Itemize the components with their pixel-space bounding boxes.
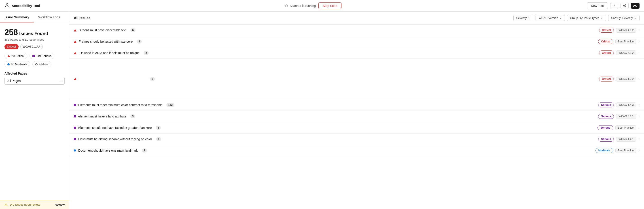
sidebar: Issue Summary Workflow Logs 258Issues Fo… bbox=[0, 11, 69, 209]
wcag-badge: Best Practice bbox=[616, 125, 636, 130]
new-test-button[interactable]: New Test bbox=[587, 2, 608, 9]
badge-critical: Critical bbox=[4, 44, 18, 49]
svg-point-1 bbox=[624, 5, 624, 6]
issue-right: Serious WCAG 1.4.3 › bbox=[598, 102, 640, 107]
table-row[interactable]: Frames should be tested with axe-core 3 … bbox=[69, 36, 644, 47]
filter-wcag-label: WCAG Version bbox=[538, 16, 558, 20]
svg-line-4 bbox=[624, 5, 625, 5]
filter-sort-button[interactable]: Sort By: Severity bbox=[608, 15, 640, 21]
minor-icon bbox=[35, 63, 38, 65]
filter-group-button[interactable]: Group By: Issue Types bbox=[567, 15, 606, 21]
tab-issue-summary[interactable]: Issue Summary bbox=[0, 11, 34, 23]
issue-count: 142 bbox=[166, 103, 174, 107]
issue-right: Serious WCAG 3.1.1 › bbox=[598, 114, 640, 119]
table-row[interactable]: element must have a lang attribute 3 Ser… bbox=[69, 111, 644, 122]
issue-right: Critical Best Practice › bbox=[598, 39, 640, 44]
issue-title: Elements must meet minimum color contras… bbox=[78, 103, 162, 107]
wcag-badge: Best Practice bbox=[616, 39, 636, 44]
table-row[interactable]: elements must have captions 9 Critical W… bbox=[69, 59, 644, 99]
count-moderate: 85 Moderate bbox=[4, 61, 30, 67]
severity-badge: Critical bbox=[598, 39, 613, 44]
chevron-right-icon: › bbox=[638, 103, 640, 107]
chevron-down-icon-2 bbox=[559, 17, 562, 19]
filter-group-label: Group By: Issue Types bbox=[570, 16, 599, 20]
issue-right: Critical WCAG 1.2.2 › bbox=[599, 77, 640, 81]
table-row[interactable]: Elements must meet minimum color contras… bbox=[69, 99, 644, 111]
badge-row: Critical WCAG 2.1 AA bbox=[4, 44, 64, 49]
sidebar-content: 258Issues Found in 2 Pages and 11 Issue … bbox=[0, 23, 69, 200]
issue-left: Frames should be tested with axe-core 3 bbox=[74, 39, 598, 43]
chevron-right-icon: › bbox=[638, 114, 640, 118]
share-button[interactable] bbox=[620, 3, 628, 9]
issue-title: Frames should be tested with axe-core bbox=[79, 40, 132, 43]
download-icon bbox=[613, 4, 616, 7]
app-title: Accessibility Tool bbox=[12, 4, 40, 7]
issues-count: 258 bbox=[4, 28, 18, 37]
logo-icon bbox=[4, 3, 10, 8]
table-row[interactable]: Links must be distinguishable without re… bbox=[69, 134, 644, 145]
count-minor: 4 Minor bbox=[32, 61, 52, 67]
avatar-button[interactable]: AC bbox=[631, 3, 640, 9]
chevron-right-icon: › bbox=[638, 39, 640, 43]
count-critical: 20 Critical bbox=[4, 53, 27, 59]
serious-icon bbox=[32, 55, 35, 57]
filter-sort-label: Sort By: Severity bbox=[611, 16, 633, 20]
main-layout: Issue Summary Workflow Logs 258Issues Fo… bbox=[0, 11, 644, 209]
issue-title: Links must be distinguishable without re… bbox=[78, 137, 152, 141]
table-row[interactable]: Document should have one main landmark 3… bbox=[69, 145, 644, 156]
topnav: Accessibility Tool Scanner is running St… bbox=[0, 0, 644, 11]
issue-count: 3 bbox=[156, 126, 161, 130]
count-serious: 149 Serious bbox=[30, 53, 54, 59]
severity-badge: Serious bbox=[598, 137, 614, 142]
wcag-badge: WCAG 4.1.2 bbox=[616, 28, 636, 33]
serious-square-icon bbox=[74, 138, 76, 140]
filter-severity-label: Severity bbox=[516, 16, 527, 20]
review-button[interactable]: Review bbox=[54, 203, 64, 206]
topnav-right: New Test AC bbox=[587, 2, 640, 9]
scanner-dot-icon bbox=[285, 4, 288, 7]
moderate-circle-icon bbox=[74, 149, 76, 152]
issue-left: Elements must meet minimum color contras… bbox=[74, 103, 598, 107]
table-row[interactable]: IDs used in ARIA and labels must be uniq… bbox=[69, 47, 644, 59]
counts-row-2: 85 Moderate 4 Minor bbox=[4, 61, 64, 67]
severity-badge: Serious bbox=[598, 114, 614, 119]
table-row[interactable]: Elements should not have tabindex greate… bbox=[69, 122, 644, 134]
wcag-badge: WCAG 4.1.2 bbox=[616, 50, 636, 55]
issue-title: Document should have one main landmark bbox=[78, 149, 138, 152]
tab-workflow-logs[interactable]: Workflow Logs bbox=[34, 11, 64, 23]
issue-title: Buttons must have discernible text bbox=[79, 28, 126, 32]
chevron-right-icon: › bbox=[638, 51, 640, 55]
chevron-right-icon: › bbox=[638, 149, 640, 153]
critical-triangle-icon bbox=[74, 40, 76, 43]
topnav-left: Accessibility Tool bbox=[4, 3, 40, 8]
topnav-center: Scanner is running Stop Scan bbox=[285, 2, 341, 9]
severity-badge: Critical bbox=[599, 50, 614, 55]
moderate-icon bbox=[8, 63, 10, 65]
affected-pages-select[interactable]: All Pages bbox=[4, 77, 64, 85]
serious-square-icon bbox=[74, 104, 76, 106]
wcag-badge: WCAG 1.2.2 bbox=[616, 77, 636, 81]
download-button[interactable] bbox=[610, 3, 618, 9]
serious-square-icon bbox=[74, 115, 76, 117]
panel-title: All Issues bbox=[74, 16, 90, 20]
filter-wcag-button[interactable]: WCAG Version bbox=[536, 15, 564, 21]
issue-count: 6 bbox=[130, 28, 136, 32]
warning-icon: ⚠ bbox=[4, 203, 8, 207]
issue-title: IDs used in ARIA and labels must be uniq… bbox=[79, 51, 140, 55]
app-logo: Accessibility Tool bbox=[4, 3, 40, 8]
wcag-badge: WCAG 1.4.1 bbox=[616, 137, 636, 142]
filter-severity-button[interactable]: Severity bbox=[514, 15, 534, 21]
issue-left: Buttons must have discernible text 6 bbox=[74, 28, 599, 32]
table-row[interactable]: Buttons must have discernible text 6 Cri… bbox=[69, 24, 644, 36]
serious-square-icon bbox=[74, 127, 76, 129]
svg-point-0 bbox=[625, 4, 626, 5]
chevron-right-icon: › bbox=[638, 28, 640, 32]
stop-scan-button[interactable]: Stop Scan bbox=[318, 2, 342, 9]
bottom-bar-text: 140 Issues need review bbox=[10, 203, 40, 206]
share-icon bbox=[623, 4, 626, 7]
wcag-badge: WCAG 3.1.1 bbox=[616, 114, 636, 119]
severity-badge: Critical bbox=[599, 77, 614, 81]
wcag-badge: Best Practice bbox=[616, 148, 636, 153]
bottom-bar: ⚠ 140 Issues need review Review bbox=[0, 200, 69, 209]
sidebar-tabs: Issue Summary Workflow Logs bbox=[0, 11, 69, 23]
